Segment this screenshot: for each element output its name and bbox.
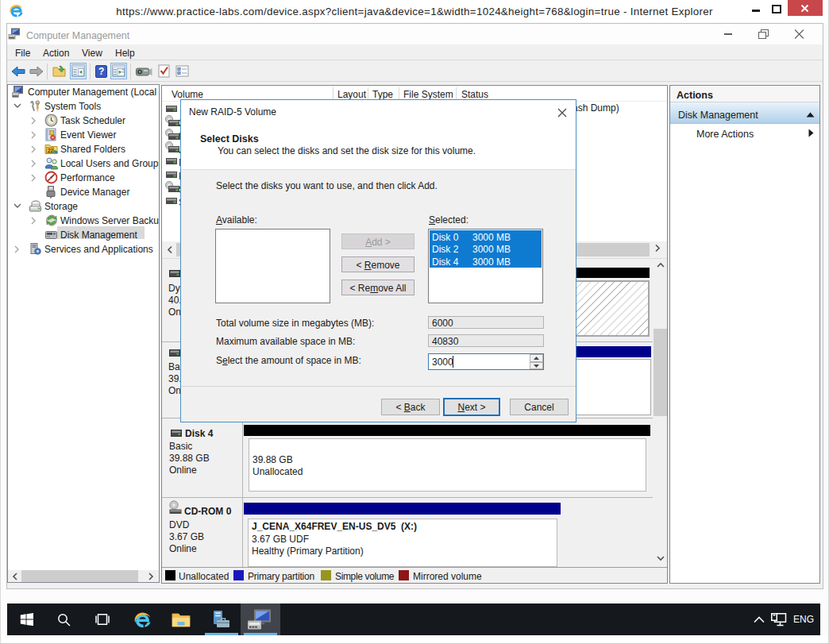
- svg-text:?: ?: [98, 66, 104, 77]
- svg-text:22: 22: [48, 148, 54, 153]
